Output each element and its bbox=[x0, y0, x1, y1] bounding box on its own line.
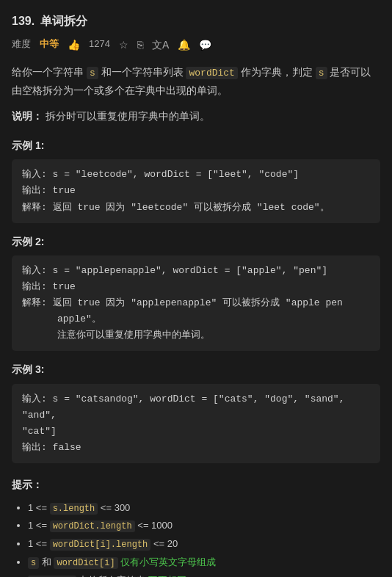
example2-input: 输入: s = "applepenapple", wordDict = ["ap… bbox=[22, 263, 370, 279]
hints-section: 提示： 1 <= s.length <= 300 1 <= wordDict.l… bbox=[12, 476, 380, 577]
hint-item-4: s 和 wordDict[i] 仅有小写英文字母组成 bbox=[28, 554, 380, 572]
hint-item-3: 1 <= wordDict[i].length <= 20 bbox=[28, 535, 380, 554]
share-icon[interactable]: ⎘ bbox=[137, 37, 143, 53]
hint-item-5: wordDict 中的所有字符串 互不相同 bbox=[28, 572, 380, 577]
difficulty-value: 中等 bbox=[40, 37, 59, 52]
hints-list: 1 <= s.length <= 300 1 <= wordDict.lengt… bbox=[12, 499, 380, 577]
example1-block: 输入: s = "leetcode", wordDict = ["leet", … bbox=[12, 159, 380, 222]
problem-title: 139. bbox=[12, 12, 35, 31]
example2-output: 输出: true bbox=[22, 279, 370, 295]
like-count: 1274 bbox=[89, 37, 110, 52]
translate-icon[interactable]: 文A bbox=[152, 37, 169, 53]
note-text: 拆分时可以重复使用字典中的单词。 bbox=[46, 110, 210, 122]
example3-output: 输出: false bbox=[22, 440, 370, 456]
note-label: 说明： bbox=[12, 110, 43, 122]
example2-block: 输入: s = "applepenapple", wordDict = ["ap… bbox=[12, 255, 380, 351]
star-icon[interactable]: ☆ bbox=[119, 37, 128, 53]
example1-input: 输入: s = "leetcode", wordDict = ["leet", … bbox=[22, 167, 370, 183]
problem-description: 给你一个字符串 s 和一个字符串列表 wordDict 作为字典，判定 s 是否… bbox=[12, 63, 380, 101]
example3-title: 示例 3: bbox=[12, 361, 380, 377]
example1-output: 输出: true bbox=[22, 183, 370, 199]
example3-input: 输入: s = "catsandog", wordDict = ["cats",… bbox=[22, 391, 370, 424]
worddict-var: wordDict bbox=[186, 67, 237, 79]
comment-icon[interactable]: 💬 bbox=[199, 37, 211, 53]
example2-explain2: apple"。 bbox=[22, 311, 370, 327]
example2-explain1: 解释: 返回 true 因为 "applepenapple" 可以被拆分成 "a… bbox=[22, 295, 370, 311]
example2-title: 示例 2: bbox=[12, 233, 380, 250]
thumbs-up-icon[interactable]: 👍 bbox=[68, 37, 80, 53]
hint-item-1: 1 <= s.length <= 300 bbox=[28, 499, 380, 518]
s-var: s bbox=[87, 67, 98, 79]
example1-title: 示例 1: bbox=[12, 137, 380, 153]
problem-note: 说明： 拆分时可以重复使用字典中的单词。 bbox=[12, 108, 380, 124]
hint-item-2: 1 <= wordDict.length <= 1000 bbox=[28, 517, 380, 535]
meta-row: 难度 中等 👍 1274 ☆ ⎘ 文A 🔔 💬 bbox=[12, 37, 380, 53]
example2-note: 注意你可以重复使用字典中的单词。 bbox=[22, 327, 370, 344]
problem-name: 单词拆分 bbox=[40, 12, 87, 31]
example3-input2: "cat"] bbox=[22, 424, 370, 440]
hints-title: 提示： bbox=[12, 476, 380, 493]
example3-block: 输入: s = "catsandog", wordDict = ["cats",… bbox=[12, 384, 380, 463]
s-var2: s bbox=[316, 67, 327, 79]
example1-explain: 解释: 返回 true 因为 "leetcode" 可以被拆分成 "leet c… bbox=[22, 200, 370, 216]
problem-title-row: 139. 单词拆分 bbox=[12, 12, 380, 31]
difficulty-label: 难度 bbox=[12, 37, 31, 52]
bell-icon[interactable]: 🔔 bbox=[178, 37, 190, 53]
